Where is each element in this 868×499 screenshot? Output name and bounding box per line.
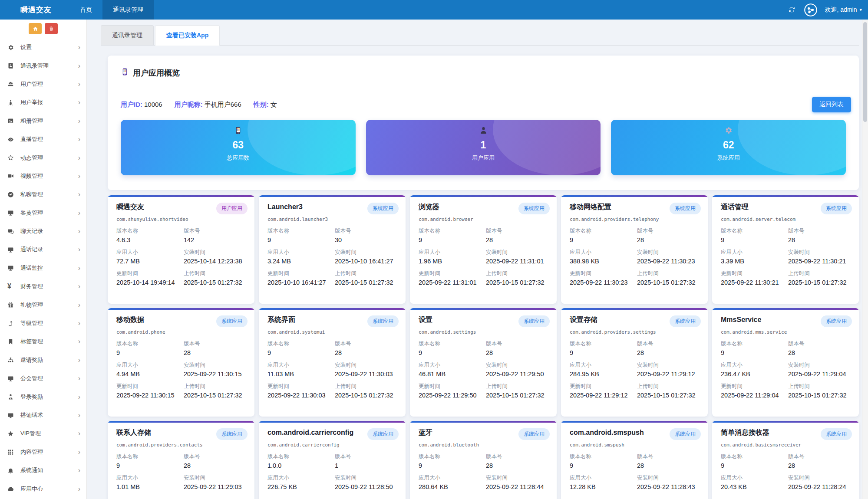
nav-item-0[interactable]: 首页 (69, 0, 102, 20)
sidebar-item[interactable]: 动态管理 › (0, 148, 86, 167)
vertical-scrollbar[interactable] (862, 20, 868, 499)
chevron-right-icon: › (78, 228, 80, 235)
sidebar-item[interactable]: 通话监控 › (0, 259, 86, 277)
sidebar-item[interactable]: 通话记录 › (0, 240, 86, 259)
sidebar-item[interactable]: 标签管理 › (0, 332, 86, 351)
chevron-right-icon: › (78, 375, 80, 382)
field-label: 安装时间 (637, 361, 699, 369)
brand-logo[interactable]: 瞬遇交友 (0, 5, 69, 15)
app-field: 上传时间 2025-10-15 01:27:32 (788, 383, 850, 399)
app-field: 安装时间 2025-10-14 12:23:38 (184, 249, 246, 265)
app-type-badge: 系统应用 (367, 203, 399, 214)
app-field: 上传时间 2025-10-15 01:27:32 (335, 270, 397, 286)
field-label: 版本号 (788, 453, 850, 460)
field-label: 安装时间 (335, 249, 397, 256)
app-field: 版本号 1 (335, 453, 397, 469)
stat-card: 1 用户应用 (366, 120, 601, 175)
yen-icon: ¥ (7, 283, 18, 290)
sidebar-item[interactable]: 设置 › (0, 38, 86, 56)
field-value: 28 (184, 349, 246, 356)
user-menu[interactable]: 欢迎, admin ▾ (825, 6, 862, 14)
nav-item-label: 通讯录管理 (113, 6, 143, 14)
field-value: 9 (116, 349, 184, 356)
chevron-right-icon: › (78, 449, 80, 456)
sidebar-item[interactable]: 公会管理 › (0, 369, 86, 387)
sidebar-item[interactable]: 用户举报 › (0, 93, 86, 112)
chevron-right-icon: › (78, 338, 80, 345)
field-label: 版本号 (637, 227, 699, 235)
field-value: 2025-09-22 11:30:03 (335, 371, 397, 378)
app-field: 安装时间 2025-09-22 11:29:50 (486, 361, 548, 378)
app-name: 简单消息接收器 (721, 428, 769, 437)
app-field: 应用大小 3.39 MB (721, 249, 788, 265)
chevron-right-icon: › (78, 99, 80, 106)
sidebar-item[interactable]: 鉴黄管理 › (0, 204, 86, 222)
field-value: 2025-09-22 11:29:12 (637, 371, 699, 378)
sidebar-item[interactable]: ¥ 财务管理 › (0, 277, 86, 295)
sidebar-item-label: 动态管理 (18, 154, 78, 162)
home-icon (33, 26, 38, 32)
chevron-right-icon: › (78, 118, 80, 125)
sidebar-item[interactable]: 应用中心 › (0, 479, 86, 498)
app-grid: 瞬遇交友 用户应用 com.shunyulive.shortvideo 版本名称… (108, 195, 859, 499)
sidebar-item[interactable]: 登录奖励 › (0, 387, 86, 406)
sidebar-item-label: 财务管理 (18, 282, 78, 290)
sidebar-item[interactable]: 系统通知 › (0, 461, 86, 479)
sidebar-item[interactable]: 礼物管理 › (0, 295, 86, 314)
sidebar-item[interactable]: 聊天记录 › (0, 222, 86, 240)
app-field: 版本名称 9 (267, 227, 335, 243)
app-card: 设置存储 系统应用 com.android.providers.settings… (561, 308, 708, 417)
field-label: 应用大小 (419, 249, 486, 256)
gender-value: 女 (271, 101, 277, 108)
paper-plane-icon (7, 191, 18, 198)
app-field: 更新时间 2025-09-22 11:31:01 (419, 270, 486, 286)
app-type-badge: 系统应用 (367, 428, 399, 440)
field-label: 版本名称 (419, 453, 486, 460)
sidebar-item[interactable]: 相册管理 › (0, 112, 86, 130)
tab-1[interactable]: 查看已安装App (155, 25, 220, 46)
home-button[interactable] (29, 23, 42, 34)
app-type-badge: 用户应用 (216, 203, 248, 214)
avatar[interactable] (803, 3, 818, 17)
field-value: 2025-09-22 11:29:50 (419, 392, 486, 399)
field-value: 2025-09-22 11:31:01 (486, 258, 548, 265)
field-value: 2025-09-22 11:30:21 (721, 279, 788, 286)
sidebar-item[interactable]: 视频管理 › (0, 167, 86, 185)
sidebar-item-label: 礼物管理 (18, 301, 78, 309)
sidebar-item[interactable]: 内容管理 › (0, 443, 86, 461)
scrollbar-thumb[interactable] (863, 22, 867, 122)
star-outline-icon (7, 154, 18, 161)
app-type-badge: 系统应用 (518, 203, 550, 214)
sidebar-item[interactable]: 直播管理 › (0, 130, 86, 148)
sidebar-item[interactable]: 用户管理 › (0, 75, 86, 93)
app-field: 应用大小 284.95 KB (570, 361, 637, 378)
sidebar-item[interactable]: 等级管理 › (0, 314, 86, 332)
back-to-list-button[interactable]: 返回列表 (812, 97, 851, 112)
app-fields: 版本名称 9 版本号 28 应用大小 3.39 MB 安装时间 2025-09-… (712, 222, 859, 286)
chevron-right-icon: › (78, 412, 80, 419)
sidebar-item[interactable]: 私聊管理 › (0, 185, 86, 204)
caret-down-icon: ▾ (859, 7, 862, 13)
app-card: 设置 系统应用 com.android.settings 版本名称 9 版本号 … (410, 308, 557, 417)
sidebar-toolbar (0, 20, 86, 38)
gift-icon (7, 302, 18, 308)
app-field: 版本号 28 (788, 227, 850, 243)
app-fields: 版本名称 9 版本号 28 应用大小 284.95 KB 安装时间 2025-0… (561, 335, 708, 399)
sidebar-item[interactable]: 搭讪话术 › (0, 406, 86, 424)
app-type-badge: 系统应用 (821, 428, 852, 440)
gear-colored-icon (611, 126, 846, 136)
sidebar-item[interactable]: 邀请奖励 › (0, 351, 86, 369)
nav-item-1[interactable]: 通讯录管理 (102, 0, 154, 20)
sidebar-item-label: 系统通知 (18, 466, 78, 474)
field-label: 版本号 (486, 453, 548, 460)
field-label: 版本号 (637, 453, 699, 460)
sidebar-item[interactable]: VIP管理 › (0, 424, 86, 443)
app-fields: 版本名称 9 版本号 28 应用大小 4.94 MB 安装时间 2025-09-… (108, 335, 254, 399)
trash-button[interactable] (45, 23, 58, 34)
app-field: 更新时间 2025-09-22 11:29:04 (721, 383, 788, 399)
tab-0[interactable]: 通讯录管理 (101, 25, 154, 45)
sidebar-item[interactable]: 通讯录管理 › (0, 56, 86, 75)
app-field: 更新时间 2025-09-22 11:29:12 (570, 383, 637, 399)
app-field: 版本名称 9 (570, 227, 637, 243)
refresh-icon[interactable] (788, 6, 796, 14)
